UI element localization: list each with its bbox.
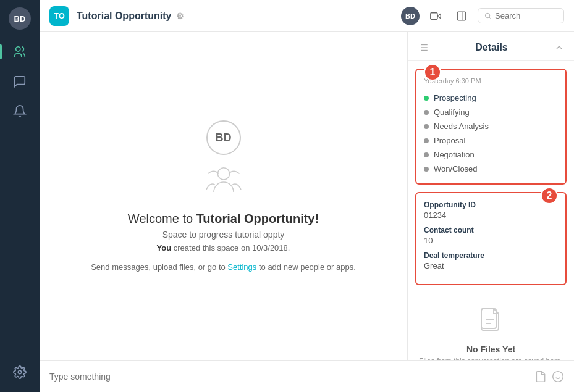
sidebar: BD	[0, 0, 40, 392]
gear-icon[interactable]: ⚙	[176, 11, 184, 21]
svg-rect-3	[431, 12, 437, 19]
stage-dot-needs-analysis	[424, 124, 429, 129]
detail-value-contact-count: 10	[424, 236, 558, 245]
right-panel: Details 1 Yesterday 6:30 PM Prospecting …	[407, 32, 574, 360]
search-icon	[484, 12, 491, 20]
detail-label-contact-count: Contact count	[424, 226, 558, 235]
stage-label-won-closed: Won/Closed	[434, 164, 478, 173]
stage-dot-qualifying	[424, 110, 429, 115]
stage-label-proposal: Proposal	[434, 136, 465, 145]
stage-item-proposal[interactable]: Proposal	[424, 133, 558, 148]
details-card: 2 Opportunity ID 01234 Contact count 10 …	[415, 192, 567, 285]
svg-marker-2	[437, 14, 441, 19]
topbar-title: Tutorial Opportunity ⚙	[77, 10, 184, 22]
attachment-icon[interactable]	[534, 370, 547, 383]
stage-label-qualifying: Qualifying	[434, 107, 470, 117]
panel-icon[interactable]	[452, 6, 471, 26]
file-icon	[479, 307, 504, 340]
sidebar-nav	[7, 40, 32, 360]
svg-point-18	[553, 371, 563, 382]
input-bar	[40, 360, 574, 392]
sidebar-item-notifications[interactable]	[7, 99, 32, 123]
sidebar-item-people[interactable]	[7, 40, 32, 64]
stage-item-qualifying[interactable]: Qualifying	[424, 105, 558, 119]
stage-dot-won-closed	[424, 167, 429, 172]
detail-opportunity-id: Opportunity ID 01234	[424, 201, 558, 220]
svg-point-6	[485, 13, 489, 17]
message-input[interactable]	[49, 372, 528, 382]
topbar: TO Tutorial Opportunity ⚙ BD	[40, 0, 574, 32]
chat-area: BD Welcome to Tutorial Opportunity! Spac…	[40, 32, 407, 360]
emoji-icon[interactable]	[552, 370, 564, 383]
welcome-created: You created this space on 10/3/2018.	[157, 243, 290, 252]
sidebar-item-settings[interactable]	[7, 360, 32, 385]
topbar-user-avatar[interactable]: BD	[401, 7, 420, 25]
no-files-title: No Files Yet	[466, 344, 515, 354]
topbar-logo: TO	[49, 6, 69, 26]
stage-item-won-closed[interactable]: Won/Closed	[424, 162, 558, 176]
svg-rect-4	[457, 12, 466, 20]
topbar-actions: BD	[401, 6, 564, 26]
welcome-avatar: BD	[206, 120, 241, 155]
stage-label-negotiation: Negotiation	[434, 150, 475, 159]
panel-header-title: Details	[475, 42, 507, 53]
stage-item-negotiation[interactable]: Negotiation	[424, 148, 558, 162]
panel-header: Details	[408, 32, 574, 61]
detail-label-opportunity-id: Opportunity ID	[424, 201, 558, 209]
stage-item-prospecting[interactable]: Prospecting	[424, 91, 558, 105]
sidebar-bottom	[7, 360, 32, 385]
stage-dot-proposal	[424, 138, 429, 143]
stage-badge: 1	[424, 64, 441, 81]
stage-timestamp: Yesterday 6:30 PM	[424, 77, 558, 85]
video-icon[interactable]	[426, 6, 445, 26]
users-icon	[204, 160, 243, 202]
svg-point-8	[217, 168, 229, 180]
svg-point-1	[18, 370, 22, 374]
detail-label-deal-temperature: Deal temperature	[424, 251, 558, 260]
settings-link[interactable]: Settings	[227, 262, 256, 272]
panel-header-left-icons	[418, 42, 429, 53]
stage-item-needs-analysis[interactable]: Needs Analysis	[424, 119, 558, 133]
stage-label-needs-analysis: Needs Analysis	[434, 122, 489, 131]
search-box[interactable]	[478, 8, 564, 23]
stage-dot-negotiation	[424, 152, 429, 157]
content-area: BD Welcome to Tutorial Opportunity! Spac…	[40, 32, 574, 360]
svg-line-7	[489, 17, 491, 19]
search-input[interactable]	[495, 11, 557, 20]
details-badge: 2	[541, 187, 558, 204]
stage-list: Prospecting Qualifying Needs Analysis Pr…	[424, 91, 558, 176]
stage-label-prospecting: Prospecting	[434, 93, 476, 102]
input-bar-icons	[534, 370, 564, 383]
welcome-sub: Space to progress tutorial oppty	[162, 230, 285, 240]
welcome-title: Welcome to Tutorial Opportunity!	[128, 212, 319, 226]
chevron-up-icon[interactable]	[554, 43, 564, 52]
detail-contact-count: Contact count 10	[424, 226, 558, 245]
sidebar-user-avatar[interactable]: BD	[9, 7, 31, 30]
stage-card: 1 Yesterday 6:30 PM Prospecting Qualifyi…	[415, 69, 567, 185]
sidebar-item-chat[interactable]	[7, 69, 32, 94]
main-wrapper: TO Tutorial Opportunity ⚙ BD	[40, 0, 574, 392]
detail-value-deal-temperature: Great	[424, 261, 558, 270]
welcome-cta: Send messages, upload files, or go to Se…	[91, 262, 356, 272]
detail-deal-temperature: Deal temperature Great	[424, 251, 558, 270]
stage-dot-active	[424, 96, 429, 101]
no-files-section: No Files Yet Files from this conversatio…	[408, 293, 574, 360]
svg-point-0	[16, 47, 20, 51]
detail-value-opportunity-id: 01234	[424, 211, 558, 220]
list-icon[interactable]	[418, 42, 429, 53]
topbar-title-text: Tutorial Opportunity	[77, 10, 171, 22]
